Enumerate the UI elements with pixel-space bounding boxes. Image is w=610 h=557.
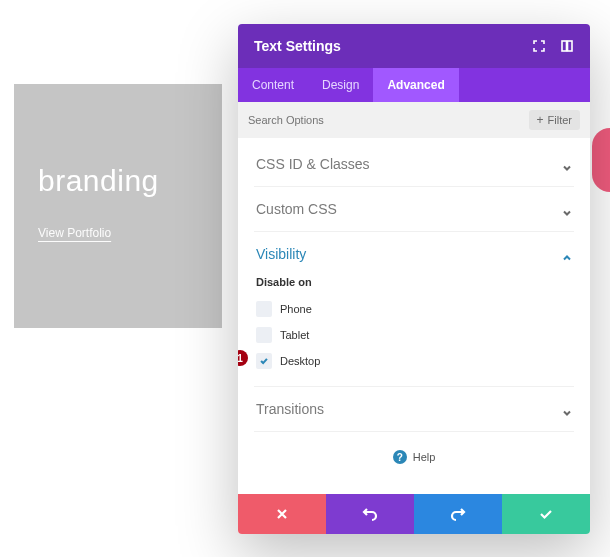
checkbox-phone[interactable] — [256, 301, 272, 317]
help-link[interactable]: ? Help — [254, 432, 574, 488]
annotation-badge: 1 — [238, 350, 248, 366]
settings-panel: Text Settings Content Design Advanced + … — [238, 24, 590, 534]
section-header[interactable]: Visibility — [254, 232, 574, 276]
checkbox-tablet[interactable] — [256, 327, 272, 343]
tab-advanced[interactable]: Advanced — [373, 68, 458, 102]
disable-on-label: Disable on — [256, 276, 572, 288]
chevron-down-icon — [562, 159, 572, 169]
preview-title: branding — [38, 164, 198, 198]
search-bar: + Filter — [238, 102, 590, 138]
chevron-down-icon — [562, 204, 572, 214]
panel-header: Text Settings — [238, 24, 590, 68]
section-transitions: Transitions — [254, 387, 574, 432]
checkbox-desktop[interactable] — [256, 353, 272, 369]
tab-content[interactable]: Content — [238, 68, 308, 102]
chevron-up-icon — [562, 249, 572, 259]
section-header[interactable]: Custom CSS — [254, 187, 574, 231]
panel-body: CSS ID & Classes Custom CSS Visibility D… — [238, 138, 590, 494]
save-button[interactable] — [502, 494, 590, 534]
option-tablet: Tablet — [256, 322, 572, 348]
tab-design[interactable]: Design — [308, 68, 373, 102]
filter-button[interactable]: + Filter — [529, 110, 580, 130]
undo-button[interactable] — [326, 494, 414, 534]
chevron-down-icon — [562, 404, 572, 414]
section-css-id-classes: CSS ID & Classes — [254, 142, 574, 187]
section-custom-css: Custom CSS — [254, 187, 574, 232]
svg-rect-1 — [568, 41, 573, 51]
section-visibility: Visibility Disable on Phone Tablet 1 — [254, 232, 574, 387]
help-icon: ? — [393, 450, 407, 464]
decorative-accent — [592, 128, 610, 192]
tab-bar: Content Design Advanced — [238, 68, 590, 102]
redo-button[interactable] — [414, 494, 502, 534]
search-input[interactable] — [248, 114, 529, 126]
snap-icon[interactable] — [560, 39, 574, 53]
preview-tile: branding View Portfolio — [14, 84, 222, 328]
preview-link[interactable]: View Portfolio — [38, 226, 111, 240]
panel-title: Text Settings — [254, 38, 341, 54]
close-button[interactable] — [238, 494, 326, 534]
expand-icon[interactable] — [532, 39, 546, 53]
option-phone: Phone — [256, 296, 572, 322]
section-header[interactable]: Transitions — [254, 387, 574, 431]
svg-rect-0 — [562, 41, 567, 51]
section-header[interactable]: CSS ID & Classes — [254, 142, 574, 186]
plus-icon: + — [537, 114, 544, 126]
panel-footer — [238, 494, 590, 534]
option-desktop: 1 Desktop — [256, 348, 572, 374]
